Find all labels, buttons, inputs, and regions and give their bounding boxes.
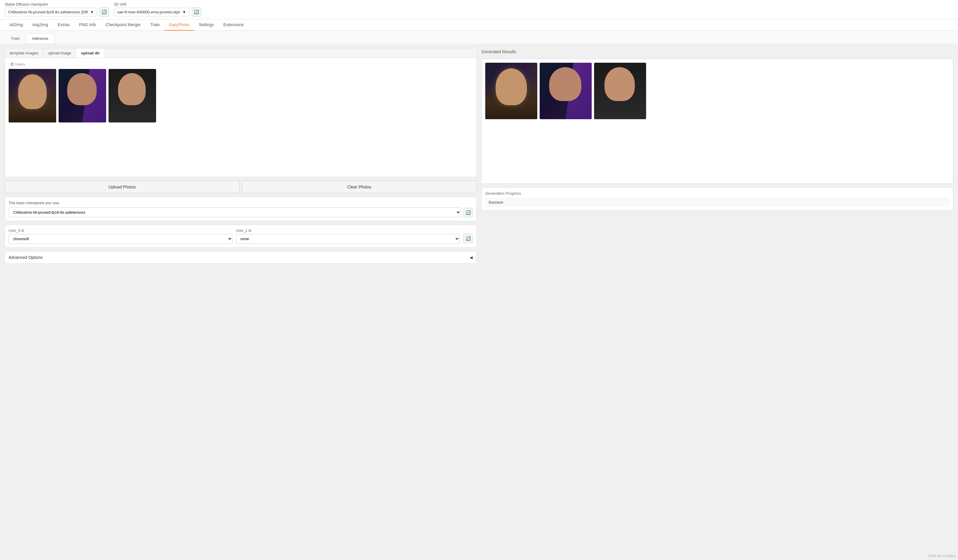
top-bar: Stable Diffusion checkpoint Chilloutmix-… <box>0 0 958 19</box>
content-area: template images upload image upload dir … <box>0 43 958 560</box>
generated-grid <box>485 63 949 119</box>
tab-txt2img[interactable]: txt2img <box>5 19 28 31</box>
generated-thumb-2[interactable] <box>540 63 592 119</box>
tab-train[interactable]: Train <box>146 19 165 31</box>
checkpoint-form-section: The base checkpoint you use. Chilloutmix… <box>5 197 477 221</box>
tab-img2img[interactable]: img2img <box>28 19 53 31</box>
generation-progress-label: Generation Progress <box>485 191 949 196</box>
watermark: CSDN @iLoveTailing <box>928 554 956 558</box>
image-tabs-container: template images upload image upload dir … <box>5 48 477 177</box>
main-tabs: txt2img img2img Extras PNG Info Checkpoi… <box>0 19 958 31</box>
gallery-area: 🖼 Gallery <box>5 58 476 177</box>
tab-extras[interactable]: Extras <box>53 19 75 31</box>
checkpoint-value: Chilloutmix-Ni-pruned-fp16-fix.safetenso… <box>8 10 88 14</box>
vae-select[interactable]: vae-ft-mse-840000-ema-pruned.ckpt ▼ <box>114 8 189 16</box>
image-tab-bar: template images upload image upload dir <box>5 49 476 58</box>
tab-upload-dir[interactable]: upload dir <box>76 49 105 58</box>
generated-results-container <box>481 59 953 184</box>
checkpoint-refresh-button[interactable]: 🔄 <box>100 7 109 17</box>
advanced-options-label: Advanced Options <box>9 255 43 260</box>
collapse-icon: ◀ <box>469 255 473 260</box>
action-buttons: Upload Photos Clear Photos <box>5 181 477 193</box>
image-grid <box>9 69 473 122</box>
clear-photos-button[interactable]: Clear Photos <box>242 181 477 193</box>
vae-section: SD VAE vae-ft-mse-840000-ema-pruned.ckpt… <box>114 2 201 17</box>
user-id-row: User_0 id zhoumo6 User_1 id none 🔄 <box>9 229 473 244</box>
checkpoint-select-wrapper: Chilloutmix-Ni-pruned-fp16-fix.safetenso… <box>5 7 109 17</box>
generated-results-label: Generated Results <box>481 48 953 55</box>
checkpoint-section: Stable Diffusion checkpoint Chilloutmix-… <box>5 2 109 17</box>
checkpoint-label: Stable Diffusion checkpoint <box>5 2 109 6</box>
thumbnail-3[interactable] <box>108 69 156 122</box>
user1-label: User_1 id <box>236 229 460 233</box>
tab-checkpoint-merger[interactable]: Checkpoint Merger <box>101 19 145 31</box>
user0-label: User_0 id <box>9 229 233 233</box>
tab-extensions[interactable]: Extensions <box>219 19 248 31</box>
gallery-label: 🖼 Gallery <box>9 62 27 66</box>
generated-thumb-3[interactable] <box>594 63 646 119</box>
tab-template-images[interactable]: template images <box>5 49 43 58</box>
right-panel: Generated Results Generation Progress Su… <box>481 48 953 560</box>
user1-group: User_1 id none <box>236 229 460 244</box>
gallery-icon: 🖼 <box>10 62 14 66</box>
checkpoint-form-label: The base checkpoint you use. <box>9 201 473 205</box>
vae-label: SD VAE <box>114 2 201 6</box>
tab-settings[interactable]: Settings <box>194 19 219 31</box>
tab-png-info[interactable]: PNG Info <box>75 19 101 31</box>
generation-progress-value: Success <box>485 198 949 207</box>
user1-dropdown[interactable]: none <box>236 234 460 244</box>
upload-photos-button[interactable]: Upload Photos <box>5 181 240 193</box>
thumbnail-1[interactable] <box>9 69 56 122</box>
thumbnail-2[interactable] <box>59 69 106 122</box>
vae-select-wrapper: vae-ft-mse-840000-ema-pruned.ckpt ▼ 🔄 <box>114 7 201 17</box>
gallery-label-text: Gallery <box>15 62 25 66</box>
chevron-down-icon: ▼ <box>182 10 186 14</box>
left-panel: template images upload image upload dir … <box>5 48 477 560</box>
checkpoint-form-row: Chilloutmix-Ni-pruned-fp16-fix.safetenso… <box>9 207 473 217</box>
user-id-section: User_0 id zhoumo6 User_1 id none 🔄 <box>5 225 477 248</box>
vae-value: vae-ft-mse-840000-ema-pruned.ckpt <box>117 10 180 14</box>
user-id-refresh-button[interactable]: 🔄 <box>463 234 473 243</box>
user0-group: User_0 id zhoumo6 <box>9 229 233 244</box>
user0-dropdown[interactable]: zhoumo6 <box>9 234 233 244</box>
sub-tab-inference[interactable]: Inference <box>26 33 54 43</box>
generated-thumb-1[interactable] <box>485 63 537 119</box>
sub-tab-train[interactable]: Train <box>5 33 26 43</box>
vae-refresh-button[interactable]: 🔄 <box>192 7 201 17</box>
checkpoint-select[interactable]: Chilloutmix-Ni-pruned-fp16-fix.safetenso… <box>5 8 97 16</box>
generation-progress-section: Generation Progress Success <box>481 187 953 210</box>
advanced-options-section[interactable]: Advanced Options ◀ <box>5 251 477 264</box>
checkpoint-dropdown[interactable]: Chilloutmix-Ni-pruned-fp16-fix.safetenso… <box>9 207 461 217</box>
sub-tabs: Train Inference <box>0 31 958 43</box>
tab-upload-image[interactable]: upload image <box>43 49 76 58</box>
tab-easyphoto[interactable]: EasyPhoto <box>165 19 194 31</box>
checkpoint-form-refresh-button[interactable]: 🔄 <box>463 208 473 217</box>
chevron-down-icon: ▼ <box>90 10 94 14</box>
